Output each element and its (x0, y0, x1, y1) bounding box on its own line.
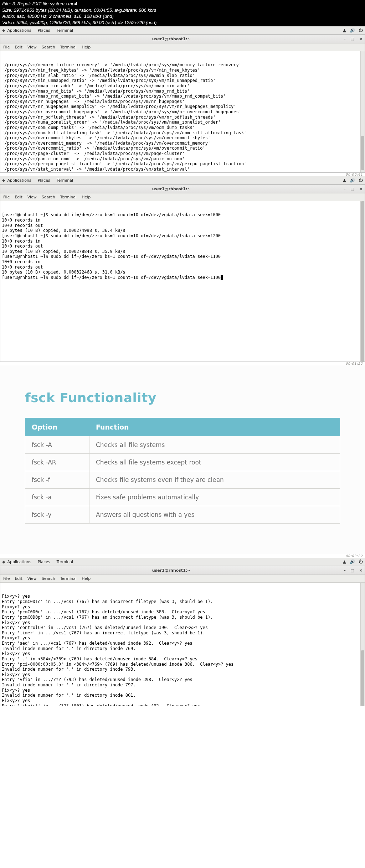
menu-search[interactable]: Search (42, 195, 55, 199)
power-icon[interactable]: ⏻ (359, 28, 363, 33)
function-cell: Fixes safe problems automatically (89, 489, 340, 506)
terminal-output-3[interactable]: Fix<y>? yes Entry 'pcmC0D1c' in .../vcs1… (0, 583, 365, 706)
menu-edit[interactable]: Edit (15, 576, 22, 581)
terminal-menubar: File Edit View Search Terminal Help (0, 43, 365, 51)
function-cell: Checks file systems even if they are cle… (89, 471, 340, 489)
terminal-menubar: File Edit View Search Terminal Help (0, 575, 365, 583)
menu-view[interactable]: View (27, 576, 37, 581)
menu-terminal[interactable]: Terminal (60, 45, 77, 50)
volume-icon[interactable]: 🔊 (350, 559, 355, 564)
table-row: fsck -AChecks all file systems (25, 436, 340, 454)
gnome-top-panel: ◆ Applications Places Terminal ▲ 🔊 ⏻ (0, 26, 365, 35)
panel-places[interactable]: Places (38, 178, 50, 183)
scrollbar[interactable] (360, 201, 365, 362)
maximize-button[interactable]: □ (351, 187, 354, 191)
maximize-button[interactable]: □ (351, 37, 354, 41)
power-icon[interactable]: ⏻ (359, 559, 363, 564)
close-button[interactable]: × (359, 37, 363, 41)
menu-help[interactable]: Help (82, 195, 91, 199)
menu-edit[interactable]: Edit (15, 195, 22, 199)
panel-places[interactable]: Places (38, 560, 50, 564)
menu-terminal[interactable]: Terminal (60, 195, 77, 199)
activities-icon[interactable]: ◆ (2, 560, 5, 564)
slide-title: fsck Functionality (25, 390, 340, 405)
video-file-line: File: 3. Repair EXT file systems.mp4 (2, 1, 363, 7)
video-video-line: Video: h264, yuv420p, 1280x720, 668 kb/s… (2, 20, 363, 26)
text-cursor (221, 275, 223, 280)
terminal-output-2[interactable]: [user1@rhhost1 ~]$ sudo dd if=/dev/zero … (0, 201, 365, 362)
menu-file[interactable]: File (3, 576, 10, 581)
table-row: fsck -ARChecks all file systems except r… (25, 454, 340, 471)
terminal-text: [user1@rhhost1 ~]$ sudo dd if=/dev/zero … (2, 212, 363, 280)
terminal-text: Fix<y>? yes Entry 'pcmC0D1c' in .../vcs1… (2, 594, 363, 706)
table-row: fsck -fChecks file systems even if they … (25, 471, 340, 489)
menu-search[interactable]: Search (42, 576, 55, 581)
table-row: fsck -yAnswers all questions with a yes (25, 506, 340, 524)
function-cell: Answers all questions with a yes (89, 506, 340, 524)
panel-applications[interactable]: Applications (7, 178, 31, 183)
function-cell: Checks all file systems except root (89, 454, 340, 471)
gnome-top-panel: ◆ Applications Places Terminal ▲ 🔊 ⏻ (0, 176, 365, 184)
terminal-menubar: File Edit View Search Terminal Help (0, 193, 365, 201)
minimize-button[interactable]: – (344, 568, 346, 573)
volume-icon[interactable]: 🔊 (350, 28, 355, 33)
menu-help[interactable]: Help (82, 576, 91, 581)
panel-places[interactable]: Places (38, 28, 50, 33)
table-header-function: Function (89, 418, 340, 436)
option-cell: fsck -f (25, 471, 89, 489)
menu-file[interactable]: File (3, 45, 10, 50)
table-row: fsck -aFixes safe problems automatically (25, 489, 340, 506)
window-title: user1@rhhost1:~ (2, 187, 340, 191)
function-cell: Checks all file systems (89, 436, 340, 454)
window-title: user1@rhhost1:~ (2, 568, 340, 573)
menu-file[interactable]: File (3, 195, 10, 199)
timestamp-1: 00:00:41 (0, 173, 365, 176)
menu-search[interactable]: Search (42, 45, 55, 50)
panel-terminal[interactable]: Terminal (57, 178, 73, 183)
option-cell: fsck -AR (25, 454, 89, 471)
network-icon[interactable]: ▲ (343, 178, 346, 183)
video-size-line: Size: 29714953 bytes (28.34 MiB), durati… (2, 7, 363, 14)
network-icon[interactable]: ▲ (343, 28, 346, 33)
panel-applications[interactable]: Applications (7, 560, 31, 564)
terminal-text: '/proc/sys/vm/memory_failure_recovery' -… (2, 62, 363, 172)
activities-icon[interactable]: ◆ (2, 28, 5, 33)
close-button[interactable]: × (359, 568, 363, 573)
power-icon[interactable]: ⏻ (359, 178, 363, 183)
scrollbar[interactable] (360, 583, 365, 706)
terminal-window-1: user1@rhhost1:~ – □ × File Edit View Sea… (0, 35, 365, 173)
menu-edit[interactable]: Edit (15, 45, 22, 50)
gnome-top-panel: ◆ Applications Places Terminal ▲ 🔊 ⏻ (0, 558, 365, 566)
terminal-output-1[interactable]: '/proc/sys/vm/memory_failure_recovery' -… (0, 51, 365, 172)
titlebar[interactable]: user1@rhhost1:~ – □ × (0, 35, 365, 43)
panel-terminal[interactable]: Terminal (57, 560, 73, 564)
menu-view[interactable]: View (27, 195, 37, 199)
minimize-button[interactable]: – (344, 187, 346, 191)
minimize-button[interactable]: – (344, 37, 346, 41)
volume-icon[interactable]: 🔊 (350, 178, 355, 183)
table-header-option: Option (25, 418, 89, 436)
titlebar[interactable]: user1@rhhost1:~ – □ × (0, 566, 365, 575)
option-cell: fsck -A (25, 436, 89, 454)
scrollbar[interactable] (360, 51, 365, 172)
timestamp-2: 00:01:22 (0, 362, 365, 365)
menu-help[interactable]: Help (82, 45, 91, 50)
close-button[interactable]: × (359, 187, 363, 191)
maximize-button[interactable]: □ (351, 568, 354, 573)
network-icon[interactable]: ▲ (343, 559, 346, 564)
terminal-window-3: user1@rhhost1:~ – □ × File Edit View Sea… (0, 566, 365, 706)
menu-terminal[interactable]: Terminal (60, 576, 77, 581)
panel-terminal[interactable]: Terminal (57, 28, 73, 33)
presentation-slide: fsck Functionality Option Function fsck … (0, 365, 365, 554)
titlebar[interactable]: user1@rhhost1:~ – □ × (0, 185, 365, 193)
activities-icon[interactable]: ◆ (2, 178, 5, 183)
timestamp-3: 00:03:22 (0, 554, 365, 558)
menu-view[interactable]: View (27, 45, 37, 50)
fsck-options-table: Option Function fsck -AChecks all file s… (25, 418, 340, 524)
option-cell: fsck -y (25, 506, 89, 524)
video-audio-line: Audio: aac, 48000 Hz, 2 channels, s16, 1… (2, 13, 363, 20)
terminal-window-2: user1@rhhost1:~ – □ × File Edit View Sea… (0, 184, 365, 362)
window-title: user1@rhhost1:~ (2, 37, 340, 41)
option-cell: fsck -a (25, 489, 89, 506)
panel-applications[interactable]: Applications (7, 28, 31, 33)
